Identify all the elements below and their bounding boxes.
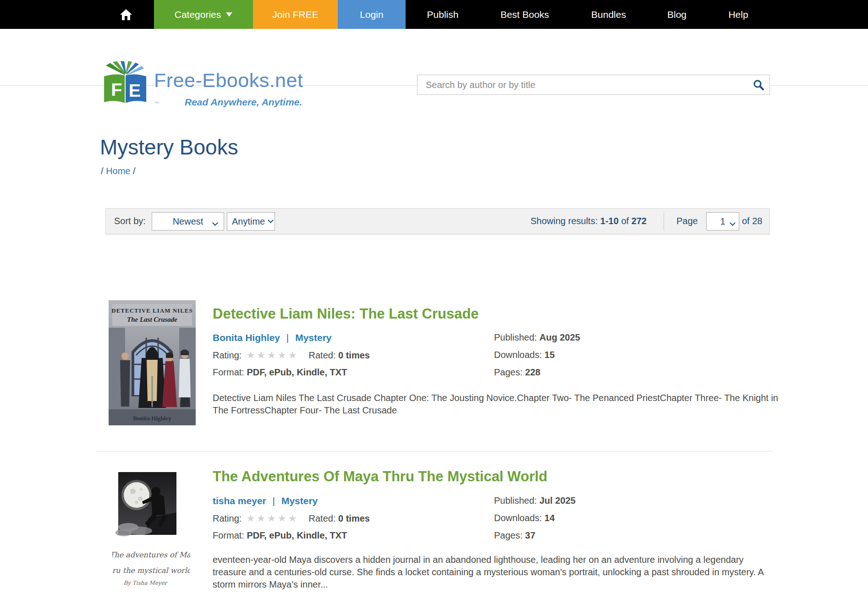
logo-tagline: Read Anywhere, Anytime. [185, 97, 302, 108]
showing-label: Showing results: [530, 216, 598, 226]
rating-stars-icon: ★★★★★ [246, 350, 298, 361]
rating-row: Rating:★★★★★Rated: 0 times [213, 513, 370, 524]
book-title-link[interactable]: The Adventures Of Maya Thru The Mystical… [213, 468, 547, 485]
book-title-link[interactable]: Detective Liam Niles: The Last Crusade [213, 306, 479, 322]
page-title: Mystery Books [100, 135, 238, 160]
cover-author-name: Bonita Highley [133, 415, 171, 422]
cover-title-line2: The Last Crusade [127, 316, 177, 323]
book-byline: Bonita Highley | Mystery [213, 332, 332, 343]
published-label: Published: [494, 332, 537, 342]
nav-link-blog[interactable]: Blog [648, 0, 706, 29]
book-description: eventeen-year-old Maya discovers a hidde… [213, 554, 779, 591]
bundles-label: Bundles [591, 9, 626, 20]
help-label: Help [728, 9, 748, 20]
nav-link-help[interactable]: Help [706, 0, 770, 29]
breadcrumb-home-link[interactable]: Home [106, 166, 130, 176]
search-input[interactable] [418, 80, 747, 90]
search-box [417, 75, 770, 95]
format-label: Format: [213, 530, 244, 540]
rating-stars-icon: ★★★★★ [246, 513, 298, 524]
join-free-button[interactable]: Join FREE [253, 0, 338, 29]
cover-script-line3: By Tisha Meyer [123, 580, 168, 586]
category-link[interactable]: Mystery [295, 332, 331, 343]
rated-value: 0 times [338, 513, 370, 523]
rated-label: Rated: [309, 350, 336, 360]
of-word: of [621, 216, 629, 226]
nav-spacer [0, 0, 113, 29]
showing-range: 1-10 [600, 216, 619, 226]
login-button[interactable]: Login [338, 0, 406, 29]
pages-label: Pages: [494, 367, 522, 377]
nav-link-publish[interactable]: Publish [406, 0, 480, 29]
breadcrumb-slash: / [101, 166, 104, 176]
logo-title[interactable]: Free-Ebooks.net [154, 69, 303, 92]
time-filter-select[interactable]: Anytime [227, 212, 275, 231]
nav-link-best-books[interactable]: Best Books [480, 0, 570, 29]
book-cover-adventures-of-maya[interactable]: The adventures of Maya thru the mystical… [112, 469, 190, 593]
published-label: Published: [494, 495, 537, 506]
book-description: Detective Liam Niles The Last Crusade Ch… [213, 392, 779, 417]
format-value: PDF, ePub, Kindle, TXT [247, 530, 347, 540]
site-logo[interactable]: F E ™ [98, 61, 154, 104]
breadcrumb-slash: / [133, 166, 136, 176]
downloads-value: 14 [544, 513, 555, 523]
blog-label: Blog [667, 9, 687, 20]
rated-label: Rated: [309, 513, 336, 523]
top-nav: Categories Join FREE Login Publish Best … [0, 0, 868, 29]
category-link[interactable]: Mystery [281, 495, 318, 506]
breadcrumb: / Home / [101, 166, 136, 176]
sort-order-value: Newest [173, 216, 203, 227]
book-list-item: The adventures of Maya thru the mystical… [0, 468, 868, 605]
book-cover-detective-liam-niles[interactable]: DETECTIVE LIAM NILES The Last Crusade Bo… [109, 300, 196, 425]
downloads-label: Downloads: [494, 513, 542, 523]
published-row: Published: Aug 2025 [494, 332, 580, 343]
search-icon [753, 79, 764, 91]
published-value: Aug 2025 [539, 332, 580, 342]
open-book-logo-icon: F E [98, 61, 154, 104]
chevron-down-icon [730, 220, 736, 226]
nav-link-bundles[interactable]: Bundles [570, 0, 648, 29]
byline-separator: | [273, 495, 275, 506]
logo-letter-f: F [111, 79, 122, 99]
login-label: Login [360, 9, 383, 20]
home-icon [120, 9, 132, 21]
page-select[interactable]: 1 [706, 212, 739, 231]
cover-figure-left [120, 352, 130, 407]
book-list-item: DETECTIVE LIAM NILES The Last Crusade Bo… [0, 300, 868, 451]
total-results: 272 [632, 216, 647, 226]
author-link[interactable]: Bonita Highley [213, 332, 280, 343]
home-button[interactable] [113, 0, 139, 29]
rated-value: 0 times [338, 350, 370, 360]
chevron-down-icon [268, 217, 274, 223]
pages-value: 37 [525, 530, 535, 540]
join-free-label: Join FREE [272, 9, 318, 20]
format-label: Format: [213, 367, 244, 377]
rating-label: Rating: [213, 350, 242, 360]
pages-row: Pages: 37 [494, 530, 535, 541]
page-label: Page [676, 216, 698, 226]
byline-separator: | [286, 332, 289, 343]
downloads-label: Downloads: [494, 350, 542, 360]
logo-letter-e: E [129, 80, 141, 100]
cover-title-line1: DETECTIVE LIAM NILES [111, 307, 193, 314]
search-button[interactable] [747, 75, 769, 94]
categories-button[interactable]: Categories [154, 0, 253, 29]
rating-row: Rating:★★★★★Rated: 0 times [213, 350, 370, 361]
publish-label: Publish [427, 9, 459, 20]
pages-total-label: of 28 [742, 216, 762, 226]
pages-row: Pages: 228 [494, 367, 540, 378]
cover-script-line2: thru the mystical world [112, 566, 190, 575]
page-select-value: 1 [720, 216, 725, 227]
results-toolbar: Sort by: Newest Anytime Showing results:… [105, 208, 770, 234]
cover-script-line1: The adventures of Maya [112, 550, 190, 559]
moon-icon [124, 482, 149, 508]
book-byline: tisha meyer | Mystery [213, 495, 318, 506]
showing-results-text: Showing results: 1-10 of 272 [530, 216, 647, 226]
downloads-value: 15 [544, 350, 555, 360]
chevron-down-icon [212, 220, 218, 226]
author-link[interactable]: tisha meyer [213, 495, 266, 506]
sort-order-select[interactable]: Newest [152, 212, 224, 231]
downloads-row: Downloads: 14 [494, 513, 555, 523]
published-value: Jul 2025 [539, 495, 576, 506]
rating-label: Rating: [213, 513, 242, 523]
